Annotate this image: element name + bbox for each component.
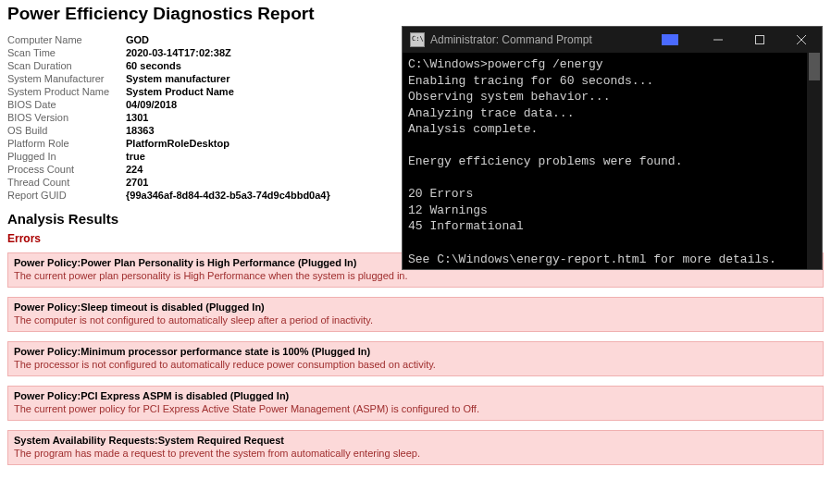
error-title: System Availability Requests:System Requ…	[14, 435, 817, 446]
info-value: 1301	[126, 111, 330, 124]
error-title: Power Policy:PCI Express ASPM is disable…	[14, 390, 817, 401]
minimize-button[interactable]	[697, 27, 738, 53]
error-title: Power Policy:Minimum processor performan…	[14, 346, 817, 357]
info-value: {99a346af-8d84-4d32-b5a3-74d9c4bbd0a4}	[126, 189, 330, 202]
info-value: 60 seconds	[126, 59, 330, 72]
info-row: OS Build18363	[7, 124, 330, 137]
error-description: The current power plan personality is Hi…	[14, 270, 817, 281]
error-title: Power Policy:Sleep timeout is disabled (…	[14, 301, 817, 313]
info-label: Thread Count	[7, 176, 126, 189]
info-value: 224	[126, 163, 330, 176]
info-value: 2020-03-14T17:02:38Z	[126, 46, 330, 59]
error-description: The processor is not configured to autom…	[14, 359, 817, 370]
ime-icon[interactable]	[662, 34, 678, 45]
info-value: true	[126, 150, 330, 163]
error-description: The computer is not configured to automa…	[14, 314, 817, 326]
info-label: Process Count	[7, 163, 126, 176]
system-info-table: Computer NameGODScan Time2020-03-14T17:0…	[7, 33, 330, 202]
info-label: Plugged In	[7, 150, 126, 163]
maximize-button[interactable]	[738, 27, 780, 53]
window-title: Administrator: Command Prompt	[430, 33, 662, 46]
info-row: Plugged Intrue	[7, 150, 330, 163]
scrollbar-thumb[interactable]	[809, 53, 820, 80]
error-block: Power Policy:Sleep timeout is disabled (…	[7, 297, 824, 332]
info-label: Report GUID	[7, 189, 126, 202]
error-block: System Availability Requests:System Requ…	[7, 430, 824, 465]
svg-rect-1	[755, 36, 763, 44]
info-label: BIOS Date	[7, 98, 126, 111]
info-value: 04/09/2018	[126, 98, 330, 111]
info-row: BIOS Version1301	[7, 111, 330, 124]
info-value: 18363	[126, 124, 330, 137]
window-titlebar[interactable]: Administrator: Command Prompt	[403, 27, 822, 53]
info-label: Platform Role	[7, 137, 126, 150]
info-value: System manufacturer	[126, 72, 330, 85]
scrollbar[interactable]	[807, 53, 822, 269]
error-block: Power Policy:PCI Express ASPM is disable…	[7, 386, 824, 421]
close-button[interactable]	[780, 27, 822, 53]
cmd-icon	[410, 32, 425, 47]
info-label: System Product Name	[7, 85, 126, 98]
info-row: Platform RolePlatformRoleDesktop	[7, 137, 330, 150]
error-block: Power Policy:Minimum processor performan…	[7, 341, 824, 376]
info-label: Computer Name	[7, 33, 126, 46]
info-value: 2701	[126, 176, 330, 189]
terminal-output[interactable]: C:\Windows>powercfg /energy Enabling tra…	[403, 53, 822, 269]
info-row: Scan Time2020-03-14T17:02:38Z	[7, 46, 330, 59]
info-row: Scan Duration60 seconds	[7, 59, 330, 72]
command-prompt-window[interactable]: Administrator: Command Prompt C:\Windows…	[402, 26, 823, 270]
info-row: Thread Count2701	[7, 176, 330, 189]
info-label: System Manufacturer	[7, 72, 126, 85]
info-label: OS Build	[7, 124, 126, 137]
info-row: BIOS Date04/09/2018	[7, 98, 330, 111]
info-value: GOD	[126, 33, 330, 46]
info-row: Process Count224	[7, 163, 330, 176]
info-row: Computer NameGOD	[7, 33, 330, 46]
error-description: The current power policy for PCI Express…	[14, 403, 817, 414]
info-label: BIOS Version	[7, 111, 126, 124]
info-label: Scan Time	[7, 46, 126, 59]
error-description: The program has made a request to preven…	[14, 448, 817, 459]
info-row: System ManufacturerSystem manufacturer	[7, 72, 330, 85]
info-value: System Product Name	[126, 85, 330, 98]
info-row: System Product NameSystem Product Name	[7, 85, 330, 98]
info-row: Report GUID{99a346af-8d84-4d32-b5a3-74d9…	[7, 189, 330, 202]
info-value: PlatformRoleDesktop	[126, 137, 330, 150]
info-label: Scan Duration	[7, 59, 126, 72]
